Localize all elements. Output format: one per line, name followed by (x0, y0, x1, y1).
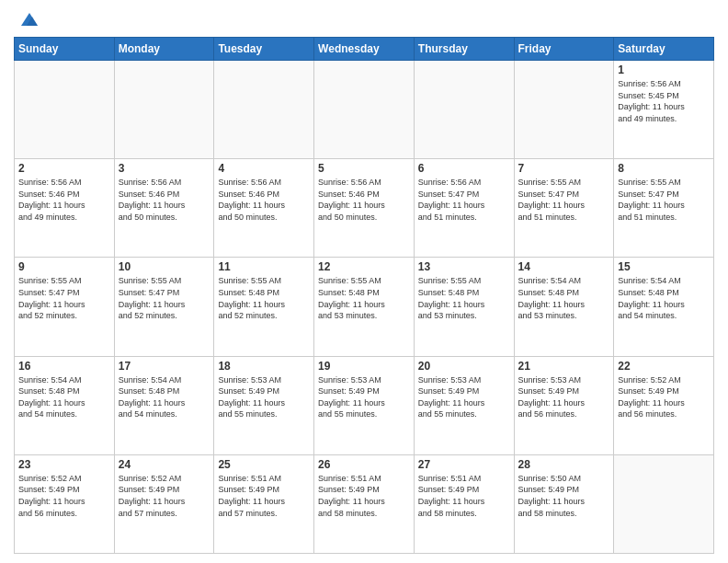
day-info: Sunrise: 5:51 AM Sunset: 5:49 PM Dayligh… (418, 473, 510, 519)
week-row-3: 16Sunrise: 5:54 AM Sunset: 5:48 PM Dayli… (15, 356, 714, 454)
day-cell: 12Sunrise: 5:55 AM Sunset: 5:48 PM Dayli… (314, 258, 415, 356)
day-info: Sunrise: 5:55 AM Sunset: 5:47 PM Dayligh… (18, 275, 110, 321)
day-cell: 17Sunrise: 5:54 AM Sunset: 5:48 PM Dayli… (114, 356, 214, 454)
day-cell: 26Sunrise: 5:51 AM Sunset: 5:49 PM Dayli… (314, 454, 415, 553)
day-cell: 1Sunrise: 5:56 AM Sunset: 5:45 PM Daylig… (614, 61, 714, 159)
day-info: Sunrise: 5:56 AM Sunset: 5:46 PM Dayligh… (119, 177, 210, 223)
day-info: Sunrise: 5:52 AM Sunset: 5:49 PM Dayligh… (18, 473, 110, 519)
day-cell: 5Sunrise: 5:56 AM Sunset: 5:46 PM Daylig… (314, 159, 415, 258)
logo (14, 9, 40, 29)
day-cell: 14Sunrise: 5:54 AM Sunset: 5:48 PM Dayli… (514, 258, 614, 356)
day-number: 5 (318, 162, 410, 175)
day-number: 7 (518, 162, 610, 175)
header (14, 9, 714, 29)
day-cell: 4Sunrise: 5:56 AM Sunset: 5:46 PM Daylig… (214, 159, 314, 258)
day-info: Sunrise: 5:54 AM Sunset: 5:48 PM Dayligh… (618, 275, 710, 321)
day-number: 6 (418, 162, 510, 175)
day-info: Sunrise: 5:53 AM Sunset: 5:49 PM Dayligh… (518, 374, 610, 420)
week-row-0: 1Sunrise: 5:56 AM Sunset: 5:45 PM Daylig… (15, 61, 714, 159)
weekday-header-thursday: Thursday (414, 38, 514, 61)
day-info: Sunrise: 5:54 AM Sunset: 5:48 PM Dayligh… (18, 374, 110, 420)
day-info: Sunrise: 5:54 AM Sunset: 5:48 PM Dayligh… (119, 374, 210, 420)
day-cell: 21Sunrise: 5:53 AM Sunset: 5:49 PM Dayli… (514, 356, 614, 454)
day-number: 14 (518, 260, 610, 273)
day-number: 20 (418, 360, 510, 373)
day-number: 10 (119, 260, 210, 273)
day-info: Sunrise: 5:55 AM Sunset: 5:47 PM Dayligh… (518, 177, 610, 223)
day-number: 18 (218, 360, 310, 373)
day-info: Sunrise: 5:55 AM Sunset: 5:47 PM Dayligh… (119, 275, 210, 321)
day-number: 4 (218, 162, 310, 175)
day-cell (114, 61, 214, 159)
day-number: 3 (119, 162, 210, 175)
day-cell: 25Sunrise: 5:51 AM Sunset: 5:49 PM Dayli… (214, 454, 314, 553)
day-cell (614, 454, 714, 553)
day-info: Sunrise: 5:53 AM Sunset: 5:49 PM Dayligh… (218, 374, 310, 420)
day-cell: 6Sunrise: 5:56 AM Sunset: 5:47 PM Daylig… (414, 159, 514, 258)
day-info: Sunrise: 5:56 AM Sunset: 5:46 PM Dayligh… (318, 177, 410, 223)
day-cell: 11Sunrise: 5:55 AM Sunset: 5:48 PM Dayli… (214, 258, 314, 356)
day-cell: 7Sunrise: 5:55 AM Sunset: 5:47 PM Daylig… (514, 159, 614, 258)
weekday-header-sunday: Sunday (15, 38, 115, 61)
day-number: 11 (218, 260, 310, 273)
day-number: 2 (18, 162, 110, 175)
day-cell: 8Sunrise: 5:55 AM Sunset: 5:47 PM Daylig… (614, 159, 714, 258)
day-cell (214, 61, 314, 159)
day-number: 24 (119, 458, 210, 471)
day-number: 25 (218, 458, 310, 471)
day-cell (414, 61, 514, 159)
day-number: 22 (618, 360, 710, 373)
day-cell: 27Sunrise: 5:51 AM Sunset: 5:49 PM Dayli… (414, 454, 514, 553)
day-cell (314, 61, 415, 159)
weekday-header-saturday: Saturday (614, 38, 714, 61)
day-info: Sunrise: 5:52 AM Sunset: 5:49 PM Dayligh… (119, 473, 210, 519)
day-cell: 15Sunrise: 5:54 AM Sunset: 5:48 PM Dayli… (614, 258, 714, 356)
day-number: 23 (18, 458, 110, 471)
day-cell: 24Sunrise: 5:52 AM Sunset: 5:49 PM Dayli… (114, 454, 214, 553)
day-number: 1 (618, 63, 710, 76)
weekday-header-row: SundayMondayTuesdayWednesdayThursdayFrid… (15, 38, 714, 61)
day-info: Sunrise: 5:50 AM Sunset: 5:49 PM Dayligh… (518, 473, 610, 519)
day-number: 27 (418, 458, 510, 471)
day-cell: 20Sunrise: 5:53 AM Sunset: 5:49 PM Dayli… (414, 356, 514, 454)
day-number: 15 (618, 260, 710, 273)
day-cell: 19Sunrise: 5:53 AM Sunset: 5:49 PM Dayli… (314, 356, 415, 454)
weekday-header-friday: Friday (514, 38, 614, 61)
day-cell: 2Sunrise: 5:56 AM Sunset: 5:46 PM Daylig… (15, 159, 115, 258)
day-cell: 22Sunrise: 5:52 AM Sunset: 5:49 PM Dayli… (614, 356, 714, 454)
day-cell: 10Sunrise: 5:55 AM Sunset: 5:47 PM Dayli… (114, 258, 214, 356)
day-info: Sunrise: 5:55 AM Sunset: 5:47 PM Dayligh… (618, 177, 710, 223)
week-row-1: 2Sunrise: 5:56 AM Sunset: 5:46 PM Daylig… (15, 159, 714, 258)
day-cell: 28Sunrise: 5:50 AM Sunset: 5:49 PM Dayli… (514, 454, 614, 553)
day-cell: 13Sunrise: 5:55 AM Sunset: 5:48 PM Dayli… (414, 258, 514, 356)
day-info: Sunrise: 5:55 AM Sunset: 5:48 PM Dayligh… (418, 275, 510, 321)
day-number: 19 (318, 360, 410, 373)
day-info: Sunrise: 5:56 AM Sunset: 5:47 PM Dayligh… (418, 177, 510, 223)
day-cell: 9Sunrise: 5:55 AM Sunset: 5:47 PM Daylig… (15, 258, 115, 356)
day-number: 26 (318, 458, 410, 471)
day-cell (514, 61, 614, 159)
day-info: Sunrise: 5:55 AM Sunset: 5:48 PM Dayligh… (218, 275, 310, 321)
page: SundayMondayTuesdayWednesdayThursdayFrid… (0, 0, 728, 563)
week-row-4: 23Sunrise: 5:52 AM Sunset: 5:49 PM Dayli… (15, 454, 714, 553)
day-cell: 23Sunrise: 5:52 AM Sunset: 5:49 PM Dayli… (15, 454, 115, 553)
day-info: Sunrise: 5:53 AM Sunset: 5:49 PM Dayligh… (318, 374, 410, 420)
day-number: 8 (618, 162, 710, 175)
day-cell: 18Sunrise: 5:53 AM Sunset: 5:49 PM Dayli… (214, 356, 314, 454)
day-cell: 16Sunrise: 5:54 AM Sunset: 5:48 PM Dayli… (15, 356, 115, 454)
day-info: Sunrise: 5:56 AM Sunset: 5:46 PM Dayligh… (218, 177, 310, 223)
day-number: 28 (518, 458, 610, 471)
day-number: 17 (119, 360, 210, 373)
day-number: 12 (318, 260, 410, 273)
day-info: Sunrise: 5:51 AM Sunset: 5:49 PM Dayligh… (318, 473, 410, 519)
day-number: 16 (18, 360, 110, 373)
day-cell (15, 61, 115, 159)
day-cell: 3Sunrise: 5:56 AM Sunset: 5:46 PM Daylig… (114, 159, 214, 258)
calendar-table: SundayMondayTuesdayWednesdayThursdayFrid… (14, 37, 714, 554)
logo-icon (19, 9, 40, 29)
weekday-header-monday: Monday (114, 38, 214, 61)
day-info: Sunrise: 5:51 AM Sunset: 5:49 PM Dayligh… (218, 473, 310, 519)
day-number: 13 (418, 260, 510, 273)
day-info: Sunrise: 5:56 AM Sunset: 5:46 PM Dayligh… (18, 177, 110, 223)
weekday-header-wednesday: Wednesday (314, 38, 415, 61)
